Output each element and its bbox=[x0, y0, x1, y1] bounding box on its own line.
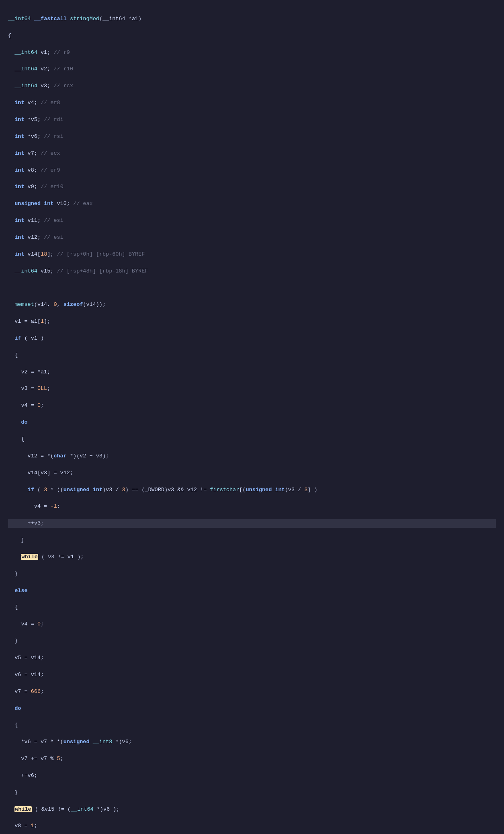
line-40: v6 = v14; bbox=[8, 671, 496, 679]
line-2: { bbox=[8, 32, 496, 40]
line-8: int *v6; // rsi bbox=[8, 133, 496, 141]
line-11: int v9; // er10 bbox=[8, 183, 496, 191]
line-20: if ( v1 ) bbox=[8, 334, 496, 343]
line-34: } bbox=[8, 570, 496, 578]
line-10: int v8; // er9 bbox=[8, 166, 496, 175]
line-27: v12 = *(char *)(v2 + v3); bbox=[8, 452, 496, 461]
line-26: { bbox=[8, 435, 496, 444]
line-17 bbox=[8, 284, 496, 292]
line-32: } bbox=[8, 536, 496, 545]
line-36: { bbox=[8, 603, 496, 612]
while-keyword-1: while bbox=[21, 554, 38, 560]
line-24: v4 = 0; bbox=[8, 402, 496, 410]
line-18: memset(v14, 0, sizeof(v14)); bbox=[8, 301, 496, 309]
line-7: int *v5; // rdi bbox=[8, 116, 496, 124]
line-19: v1 = a1[1]; bbox=[8, 318, 496, 326]
line-41: v7 = 666; bbox=[8, 688, 496, 696]
line-14: int v12; // esi bbox=[8, 234, 496, 242]
kw-fastcall: __fastcall bbox=[34, 16, 67, 22]
line-22: v2 = *a1; bbox=[8, 368, 496, 377]
line-47: } bbox=[8, 789, 496, 797]
line-25: do bbox=[8, 418, 496, 427]
line-44: *v6 = v7 ^ *(unsigned __int8 *)v6; bbox=[8, 738, 496, 746]
line-12: unsigned int v10; // eax bbox=[8, 200, 496, 208]
line-21: { bbox=[8, 351, 496, 360]
line-39: v5 = v14; bbox=[8, 654, 496, 662]
line-5: __int64 v3; // rcx bbox=[8, 82, 496, 90]
line-31: ++v3; bbox=[8, 519, 496, 528]
line-38: } bbox=[8, 637, 496, 645]
line-3: __int64 v1; // r9 bbox=[8, 49, 496, 57]
line-30: v4 = -1; bbox=[8, 502, 496, 511]
line-48: while ( &v15 != (__int64 *)v6 ); bbox=[8, 805, 496, 814]
line-37: v4 = 0; bbox=[8, 620, 496, 629]
line-9: int v7; // ecx bbox=[8, 150, 496, 158]
line-23: v3 = 0LL; bbox=[8, 385, 496, 393]
line-45: v7 += v7 % 5; bbox=[8, 755, 496, 763]
line-33: while ( v3 != v1 ); bbox=[8, 553, 496, 561]
line-4: __int64 v2; // r10 bbox=[8, 65, 496, 74]
line-29: if ( 3 * ((unsigned int)v3 / 3) == (_DWO… bbox=[8, 486, 496, 494]
line-43: { bbox=[8, 721, 496, 729]
line-13: int v11; // esi bbox=[8, 217, 496, 225]
line-49: v8 = 1; bbox=[8, 822, 496, 830]
line-28: v14[v3] = v12; bbox=[8, 469, 496, 477]
while-keyword-2: while bbox=[14, 806, 32, 812]
line-15: int v14[18]; // [rsp+0h] [rbp-60h] BYREF bbox=[8, 250, 496, 259]
fn-stringmod: stringMod bbox=[70, 16, 99, 22]
line-35: else bbox=[8, 587, 496, 595]
line-42: do bbox=[8, 705, 496, 713]
type-int64: __int64 bbox=[8, 16, 31, 22]
line-16: __int64 v15; // [rsp+48h] [rbp-18h] BYRE… bbox=[8, 267, 496, 276]
code-viewer: __int64 __fastcall stringMod(__int64 *a1… bbox=[8, 6, 496, 834]
line-46: ++v6; bbox=[8, 772, 496, 780]
line-1: __int64 __fastcall stringMod(__int64 *a1… bbox=[8, 15, 496, 23]
line-6: int v4; // er8 bbox=[8, 99, 496, 107]
